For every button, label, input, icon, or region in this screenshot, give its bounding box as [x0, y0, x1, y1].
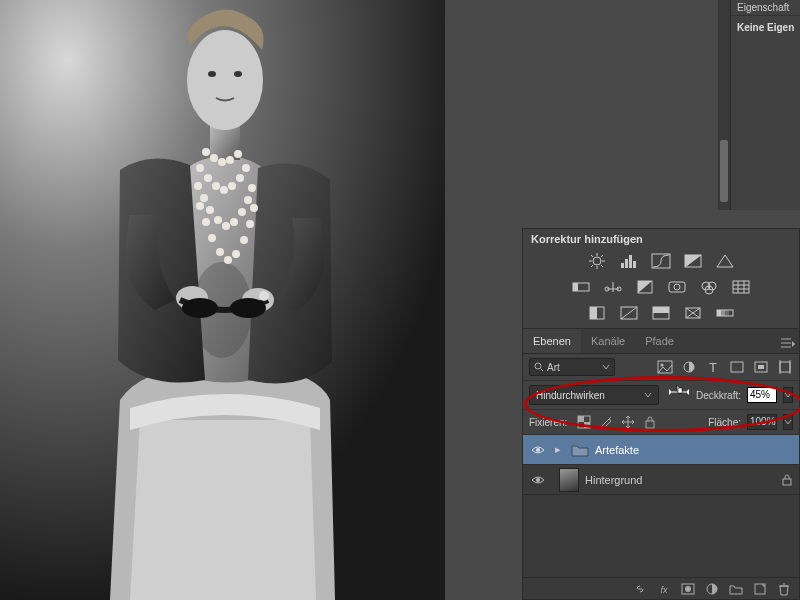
svg-point-24	[206, 206, 214, 214]
chevron-down-icon	[602, 363, 610, 371]
blend-mode-select[interactable]: Hindurchwirken	[529, 385, 659, 405]
document-canvas[interactable]	[0, 0, 445, 600]
tab-channels[interactable]: Kanäle	[581, 329, 635, 353]
layer-filter-kind[interactable]: Art	[529, 358, 615, 376]
svg-rect-82	[725, 310, 729, 316]
svg-point-8	[208, 71, 216, 77]
svg-rect-52	[629, 255, 632, 268]
selective-color-icon[interactable]	[683, 305, 703, 321]
scrollbar-thumb[interactable]	[720, 140, 728, 202]
svg-point-89	[661, 364, 664, 367]
tab-paths[interactable]: Pfade	[635, 329, 684, 353]
svg-point-29	[244, 196, 252, 204]
svg-point-32	[202, 218, 210, 226]
svg-point-13	[226, 156, 234, 164]
filter-pixel-icon[interactable]	[657, 360, 673, 374]
filter-smart-icon[interactable]	[753, 360, 769, 374]
filter-shape-icon[interactable]	[729, 360, 745, 374]
filter-adjustment-icon[interactable]	[681, 360, 697, 374]
lock-position-icon[interactable]	[621, 415, 635, 429]
svg-rect-72	[590, 307, 597, 319]
photo-filter-icon[interactable]	[667, 279, 687, 295]
layer-row-group[interactable]: ▸ Artefakte	[523, 435, 799, 465]
gradient-map-icon[interactable]	[715, 305, 735, 321]
svg-point-17	[212, 182, 220, 190]
svg-point-25	[214, 216, 222, 224]
adjustments-panel: Korrektur hinzufügen	[522, 228, 800, 330]
svg-point-62	[674, 284, 680, 290]
svg-point-11	[210, 154, 218, 162]
new-adjustment-icon[interactable]	[705, 582, 719, 596]
mask-icon[interactable]	[681, 582, 695, 596]
filter-kind-label: Art	[547, 362, 560, 373]
opacity-label: Deckkraft:	[696, 390, 741, 401]
invert-icon[interactable]	[587, 305, 607, 321]
layer-row-background[interactable]: Hintergrund	[523, 465, 799, 495]
visibility-toggle[interactable]	[523, 475, 553, 485]
fx-icon[interactable]: fx	[657, 582, 671, 596]
svg-point-22	[194, 182, 202, 190]
delete-layer-icon[interactable]	[777, 582, 791, 596]
exposure-icon[interactable]	[683, 253, 703, 269]
svg-line-49	[601, 255, 603, 257]
svg-rect-50	[621, 263, 624, 268]
fill-flyout[interactable]	[783, 414, 793, 430]
filter-type-icon[interactable]: T	[705, 360, 721, 374]
opacity-input[interactable]: 45%	[747, 387, 777, 403]
posterize-icon[interactable]	[619, 305, 639, 321]
color-lookup-icon[interactable]	[731, 279, 751, 295]
threshold-icon[interactable]	[651, 305, 671, 321]
curves-icon[interactable]	[651, 253, 671, 269]
svg-rect-57	[573, 283, 578, 291]
layers-bottom-toolbar: fx	[523, 577, 799, 599]
opacity-flyout[interactable]	[783, 387, 793, 403]
svg-text:fx: fx	[660, 585, 668, 595]
disclosure-triangle[interactable]: ▸	[555, 443, 565, 456]
blend-opacity-row: Hindurchwirken Deckkraft: 45%	[523, 381, 799, 410]
svg-point-4	[182, 298, 218, 318]
properties-scrollbar[interactable]	[718, 0, 730, 210]
layer-name: Hintergrund	[585, 474, 775, 486]
filter-artboard-icon[interactable]	[777, 360, 793, 374]
svg-point-12	[218, 158, 226, 166]
adjustments-row-3	[523, 303, 799, 329]
new-group-icon[interactable]	[729, 582, 743, 596]
svg-point-35	[224, 256, 232, 264]
lock-pixels-icon[interactable]	[599, 415, 613, 429]
svg-point-19	[228, 182, 236, 190]
channel-mixer-icon[interactable]	[699, 279, 719, 295]
svg-point-26	[222, 222, 230, 230]
svg-point-104	[536, 448, 540, 452]
svg-point-15	[196, 164, 204, 172]
svg-rect-51	[625, 259, 628, 268]
lock-label: Fixieren:	[529, 417, 567, 428]
link-layers-icon[interactable]	[633, 582, 647, 596]
visibility-toggle[interactable]	[523, 445, 553, 455]
panel-menu-icon[interactable]	[781, 335, 795, 347]
svg-rect-102	[584, 422, 590, 428]
svg-point-21	[242, 164, 250, 172]
svg-point-27	[230, 218, 238, 226]
svg-point-34	[216, 248, 224, 256]
chevron-down-icon	[644, 391, 652, 399]
tab-layers[interactable]: Ebenen	[523, 329, 581, 353]
levels-icon[interactable]	[619, 253, 639, 269]
black-white-icon[interactable]	[635, 279, 655, 295]
adjustments-row-2	[523, 277, 799, 303]
svg-line-46	[591, 255, 593, 257]
hue-sat-icon[interactable]	[571, 279, 591, 295]
svg-rect-81	[721, 310, 725, 316]
vibrance-icon[interactable]	[715, 253, 735, 269]
svg-point-10	[202, 148, 210, 156]
fill-input[interactable]: 100%	[747, 414, 777, 430]
lock-transparency-icon[interactable]	[577, 415, 591, 429]
lock-all-icon[interactable]	[643, 415, 657, 429]
svg-rect-106	[783, 479, 791, 485]
properties-panel-subtitle: Keine Eigen	[731, 16, 800, 39]
new-layer-icon[interactable]	[753, 582, 767, 596]
color-balance-icon[interactable]	[603, 279, 623, 295]
svg-point-14	[234, 150, 242, 158]
lock-indicator-icon	[775, 474, 799, 486]
fill-label: Fläche:	[708, 417, 741, 428]
brightness-contrast-icon[interactable]	[587, 253, 607, 269]
